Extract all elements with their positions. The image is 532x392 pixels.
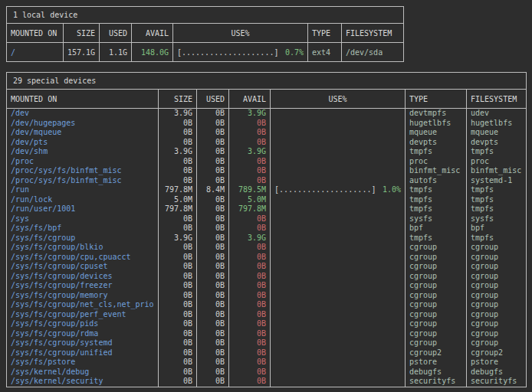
used-cell: 0B — [197, 281, 229, 291]
used-cell: 0B — [197, 166, 229, 176]
avail-cell: 0B — [229, 157, 271, 167]
used-cell: 0B — [197, 224, 229, 234]
use-percent-cell — [271, 272, 406, 282]
avail-cell: 0B — [229, 291, 271, 301]
mount-point-cell: /sys/fs/bpf — [7, 224, 159, 234]
size-cell: 0B — [159, 377, 197, 387]
filesystem-cell: mqueue — [467, 128, 527, 138]
used-cell: 0B — [197, 300, 229, 310]
use-percent-cell — [271, 176, 406, 186]
use-percent-cell — [271, 300, 406, 310]
used-cell: 0B — [197, 138, 229, 148]
used-cell: 0B — [197, 358, 229, 368]
column-header: TYPE — [406, 90, 467, 109]
use-percent-cell — [271, 214, 406, 224]
avail-cell: 0B — [229, 368, 271, 377]
avail-cell: 789.5M — [229, 185, 271, 195]
type-cell: cgroup — [406, 243, 467, 253]
used-cell: 0B — [197, 109, 229, 119]
mount-point-cell: /dev/hugepages — [7, 119, 159, 129]
used-cell: 0B — [197, 234, 229, 243]
mount-point-cell: /proc — [7, 157, 159, 167]
use-percent-cell — [271, 109, 406, 119]
avail-cell: 0B — [229, 138, 271, 148]
use-percent-cell — [271, 253, 406, 263]
mount-point-cell: / — [7, 43, 64, 62]
table-title: 29 special devices — [7, 73, 527, 90]
use-percent-cell — [271, 224, 406, 234]
mount-point-cell: /sys/fs/cgroup/memory — [7, 291, 159, 301]
device-row: /sys/fs/cgroup/rdma0B0B0Bcgroupcgroup — [7, 329, 527, 339]
type-cell: cgroup — [406, 329, 467, 339]
avail-cell: 0B — [229, 319, 271, 329]
filesystem-cell: tmpfs — [467, 204, 527, 214]
used-cell: 0B — [197, 338, 229, 348]
header-row: MOUNTED ONSIZEUSEDAVAILUSE%TYPEFILESYSTE… — [7, 90, 527, 109]
use-percent-cell — [271, 157, 406, 167]
filesystem-cell: tmpfs — [467, 147, 527, 157]
avail-cell: 3.9G — [229, 234, 271, 243]
use-percent-cell — [271, 147, 406, 157]
device-row: /sys/fs/cgroup/systemd0B0B0Bcgroupcgroup — [7, 338, 527, 348]
size-cell: 0B — [159, 243, 197, 253]
used-cell: 0B — [197, 329, 229, 339]
device-row: /sys/fs/cgroup/unified0B0B0Bcgroup2cgrou… — [7, 348, 527, 358]
mount-point-cell: /run/lock — [7, 195, 159, 205]
filesystem-cell: udev — [467, 109, 527, 119]
type-cell: debugfs — [406, 368, 467, 377]
avail-cell: 0B — [229, 338, 271, 348]
mount-point-cell: /dev/pts — [7, 138, 159, 148]
device-row: /sys/fs/cgroup/cpuset0B0B0Bcgroupcgroup — [7, 262, 527, 272]
avail-cell: 3.9G — [229, 109, 271, 119]
use-percent-cell: [....................]1.0% — [271, 185, 406, 195]
device-row: /sys/kernel/security0B0B0Bsecurityfssecu… — [7, 377, 527, 387]
device-row: /sys/fs/cgroup/net_cls,net_prio0B0B0Bcgr… — [7, 300, 527, 310]
column-header: USE% — [271, 90, 406, 109]
filesystem-cell: tmpfs — [467, 185, 527, 195]
mount-point-cell: /sys/fs/cgroup — [7, 234, 159, 243]
usage-bar: [....................] — [177, 48, 278, 57]
column-header: USE% — [173, 24, 308, 43]
type-cell: cgroup — [406, 300, 467, 310]
used-cell: 0B — [197, 377, 229, 387]
size-cell: 0B — [159, 166, 197, 176]
avail-cell: 0B — [229, 358, 271, 368]
use-percent-cell — [271, 243, 406, 253]
use-percent-cell — [271, 166, 406, 176]
type-cell: cgroup — [406, 272, 467, 282]
avail-cell: 3.9G — [229, 147, 271, 157]
size-cell: 797.8M — [159, 185, 197, 195]
used-cell: 0B — [197, 310, 229, 320]
filesystem-cell: tmpfs — [467, 234, 527, 243]
avail-cell: 5.0M — [229, 195, 271, 205]
avail-cell: 0B — [229, 176, 271, 186]
use-percent-cell — [271, 310, 406, 320]
size-cell: 0B — [159, 310, 197, 320]
device-row: /sys0B0B0Bsysfssysfs — [7, 214, 527, 224]
table-title-row: 1 local device — [7, 7, 404, 24]
device-row: /sys/fs/cgroup/freezer0B0B0Bcgroupcgroup — [7, 281, 527, 291]
avail-cell: 0B — [229, 272, 271, 282]
used-cell: 0B — [197, 204, 229, 214]
used-cell: 0B — [197, 368, 229, 377]
device-row: /proc/sys/fs/binfmt_misc0B0B0Bbinfmt_mis… — [7, 166, 527, 176]
device-row: /sys/fs/cgroup/pids0B0B0Bcgroupcgroup — [7, 319, 527, 329]
size-cell: 797.8M — [159, 204, 197, 214]
used-cell: 0B — [197, 157, 229, 167]
column-header: TYPE — [308, 24, 342, 43]
avail-cell: 148.0G — [132, 43, 173, 62]
device-row: /sys/fs/cgroup3.9G0B3.9Gtmpfstmpfs — [7, 234, 527, 243]
size-cell: 0B — [159, 214, 197, 224]
avail-cell: 0B — [229, 224, 271, 234]
type-cell: proc — [406, 157, 467, 167]
mount-point-cell: /dev/shm — [7, 147, 159, 157]
filesystem-cell: devpts — [467, 138, 527, 148]
mount-point-cell: /sys/kernel/security — [7, 377, 159, 387]
device-row: /dev/pts0B0B0Bdevptsdevpts — [7, 138, 527, 148]
type-cell: tmpfs — [406, 234, 467, 243]
filesystem-cell: cgroup — [467, 253, 527, 263]
use-percent-cell — [271, 319, 406, 329]
mount-point-cell: /sys/fs/cgroup/unified — [7, 348, 159, 358]
header-row: MOUNTED ONSIZEUSEDAVAILUSE%TYPEFILESYSTE… — [7, 24, 404, 43]
filesystem-cell: /dev/sda — [342, 43, 404, 62]
